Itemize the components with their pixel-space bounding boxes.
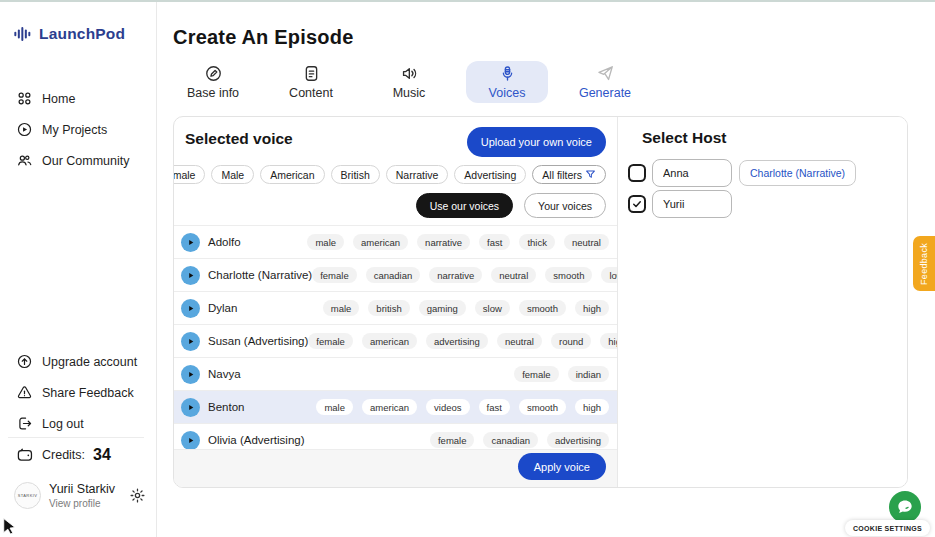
voice-tag-list: female canadian advertising — [430, 432, 609, 448]
play-voice-button[interactable] — [181, 266, 200, 285]
voice-filters: Female Male American British Narrative A… — [173, 165, 606, 184]
voice-tag: american — [362, 399, 417, 415]
play-voice-button[interactable] — [181, 365, 200, 384]
voice-tag: american — [362, 333, 417, 349]
chat-widget-button[interactable] — [889, 491, 921, 523]
host-name-input-yurii[interactable] — [652, 190, 732, 218]
voice-row-navya[interactable]: Navya female indian — [174, 357, 617, 390]
filter-chip-female[interactable]: Female — [173, 165, 205, 184]
tab-content[interactable]: Content — [270, 61, 352, 103]
all-filters-chip[interactable]: All filters — [532, 165, 606, 184]
voice-tag: female — [312, 267, 357, 283]
tab-voices[interactable]: Voices — [466, 61, 548, 103]
feedback-tab[interactable]: Feedback — [913, 236, 935, 291]
tab-base-info[interactable]: Base info — [172, 61, 254, 103]
play-icon — [185, 237, 196, 248]
voice-name: Benton — [208, 401, 244, 413]
voice-tag: round — [551, 333, 591, 349]
select-host-title: Select Host — [642, 129, 726, 147]
voice-tag: male — [316, 399, 353, 415]
host-name-input-anna[interactable] — [652, 159, 732, 187]
host-rows: Charlotte (Narrative) — [628, 159, 856, 221]
filter-chip-advertising[interactable]: Advertising — [454, 165, 526, 184]
voice-tag: british — [368, 300, 409, 316]
voice-tag-list: male british gaming slow smooth high — [323, 300, 609, 316]
voice-row-olivia-advertising[interactable]: Olivia (Advertising) female canadian adv… — [174, 423, 617, 449]
voice-name: Dylan — [208, 302, 237, 314]
filter-chip-group: Female Male American British Narrative A… — [173, 165, 526, 184]
play-icon — [185, 369, 196, 380]
play-circle-icon — [16, 121, 33, 138]
play-voice-button[interactable] — [181, 233, 200, 252]
play-icon — [185, 435, 196, 446]
voice-tag: gaming — [419, 300, 466, 316]
play-voice-button[interactable] — [181, 299, 200, 318]
app-logo[interactable]: LaunchPod — [13, 24, 125, 44]
voice-row-dylan[interactable]: Dylan male british gaming slow — [174, 291, 617, 324]
filter-chip-male[interactable]: Male — [211, 165, 254, 184]
voice-tag-list: male american videos fast smooth high — [316, 399, 609, 415]
host-voice-chip[interactable]: Charlotte (Narrative) — [739, 160, 856, 186]
sidebar-item-upgrade-account[interactable]: Upgrade account — [0, 346, 156, 377]
avatar: STARKIV — [14, 482, 41, 509]
grid-dots-icon — [16, 90, 33, 107]
upload-own-voice-button[interactable]: Upload your own voice — [467, 127, 606, 157]
voices-source-your-voices[interactable]: Your voices — [524, 193, 606, 218]
voice-row-benton[interactable]: Benton male american videos fast — [174, 390, 617, 423]
voice-row-susan-advertising[interactable]: Susan (Advertising) female american adve… — [174, 324, 617, 357]
microphone-icon — [498, 64, 517, 83]
warning-triangle-icon — [16, 384, 33, 401]
voice-list-footer: Apply voice — [174, 449, 617, 487]
voice-tag: advertising — [426, 333, 488, 349]
voice-tag: videos — [426, 399, 469, 415]
credits-value: 34 — [93, 446, 111, 464]
play-voice-button[interactable] — [181, 431, 200, 450]
cookie-settings-button[interactable]: COOKIE SETTINGS — [845, 520, 930, 536]
tab-music[interactable]: Music — [368, 61, 450, 103]
sidebar-secondary-nav: Upgrade account Share Feedback Log out — [0, 346, 156, 439]
chat-bubble-icon — [895, 497, 915, 517]
play-voice-button[interactable] — [181, 332, 200, 351]
sidebar-item-our-community[interactable]: Our Community — [0, 145, 156, 176]
voice-tag-list: female indian — [514, 366, 609, 382]
host-checkbox-yurii[interactable] — [628, 195, 646, 213]
play-voice-button[interactable] — [181, 398, 200, 417]
voice-tag: american — [353, 234, 408, 250]
voice-tag-list: female american advertising neutral roun… — [308, 333, 617, 349]
voice-name: Susan (Advertising) — [208, 335, 308, 347]
main-content: Create An Episode Base info Content Musi… — [157, 0, 935, 537]
check-icon — [631, 198, 643, 210]
play-icon — [185, 402, 196, 413]
sidebar-item-share-feedback[interactable]: Share Feedback — [0, 377, 156, 408]
voice-row-adolfo[interactable]: Adolfo male american narrative fast — [174, 225, 617, 258]
sidebar-item-my-projects[interactable]: My Projects — [0, 114, 156, 145]
speaker-icon — [400, 64, 419, 83]
all-filters-label: All filters — [542, 169, 582, 181]
voice-tag: female — [308, 333, 353, 349]
filter-chip-american[interactable]: American — [260, 165, 324, 184]
upload-circle-icon — [16, 353, 33, 370]
sidebar-item-log-out[interactable]: Log out — [0, 408, 156, 439]
voice-tag: advertising — [547, 432, 609, 448]
sidebar: LaunchPod Home My Projects Our Community — [0, 0, 157, 537]
voice-row-charlotte-narrative[interactable]: Charlotte (Narrative) female canadian na… — [174, 258, 617, 291]
voice-tag: smooth — [519, 300, 566, 316]
play-icon — [185, 336, 196, 347]
profile-name: Yurii Starkiv — [49, 482, 129, 496]
filter-chip-narrative[interactable]: Narrative — [386, 165, 449, 184]
tab-generate[interactable]: Generate — [564, 61, 646, 103]
play-icon — [185, 270, 196, 281]
voices-card: Selected voice Upload your own voice Fem… — [173, 116, 908, 488]
host-row-anna: Charlotte (Narrative) — [628, 159, 856, 187]
sidebar-item-home[interactable]: Home — [0, 83, 156, 114]
page-title: Create An Episode — [173, 26, 353, 49]
voice-tag: high — [575, 300, 609, 316]
filter-chip-british[interactable]: British — [331, 165, 380, 184]
host-checkbox-anna[interactable] — [628, 164, 646, 182]
gear-icon[interactable] — [129, 487, 146, 504]
apply-voice-button[interactable]: Apply voice — [518, 453, 606, 480]
view-profile-link[interactable]: View profile — [49, 498, 129, 509]
feedback-tab-label: Feedback — [919, 243, 929, 285]
logout-icon — [16, 415, 33, 432]
voices-source-use-our-voices[interactable]: Use our voices — [416, 193, 513, 218]
